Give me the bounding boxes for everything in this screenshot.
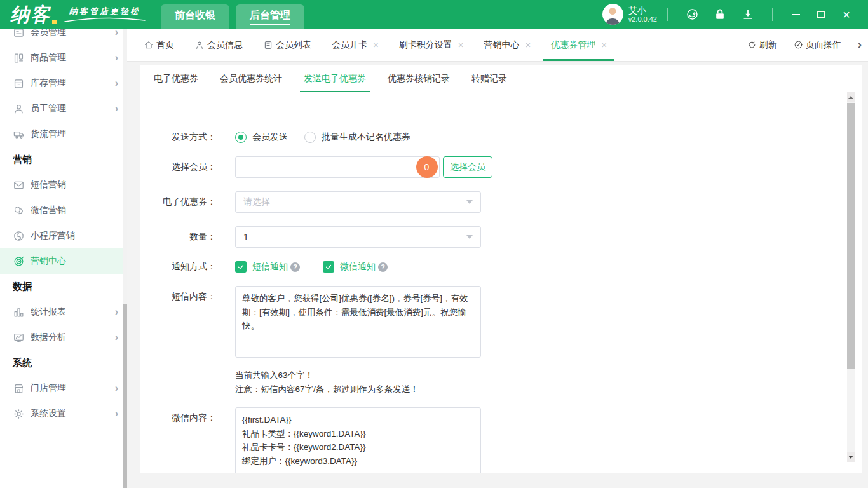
quantity-select[interactable]: 1 [235,226,481,248]
close-tab-icon[interactable]: × [526,40,531,50]
miniprogram-icon [13,230,25,242]
nav-tab-frontdesk[interactable]: 前台收银 [161,4,229,29]
home-icon [144,40,154,50]
wechat-icon [13,205,25,217]
logo-accent-dot [52,20,57,24]
list-icon [263,40,273,50]
sidebar-item-staff-management[interactable]: 员工管理 › [0,96,127,121]
scroll-up-button[interactable] [847,92,855,102]
subtab-member-coupon-stats[interactable]: 会员优惠券统计 [220,65,282,92]
tab-coupon-management[interactable]: 优惠券管理 × [543,29,614,61]
member-count-cell: 0 [414,157,439,177]
sidebar-section-system: 系统 [0,350,127,376]
user-meta: 艾小 v2.0.0.42 [628,5,657,24]
tab-marketing-center[interactable]: 营销中心 × [477,29,539,61]
send-method-row: 发送方式： 会员发送 批量生成不记名优惠券 [140,132,862,143]
sidebar-item-statistics-reports[interactable]: 统计报表 › [0,299,127,325]
wechat-content-textarea[interactable]: {{first.DATA}} 礼品卡类型：{{keyword1.DATA}} 礼… [235,407,481,473]
sms-content-row: 短信内容： 尊敬的客户，您获得[公司]优惠券([券名])，券号[券号]，有效期：… [140,286,862,358]
logistics-truck-icon [13,128,25,140]
goods-icon [13,52,25,64]
sms-content-textarea[interactable]: 尊敬的客户，您获得[公司]优惠券([券名])，券号[券号]，有效期：[有效期]，… [235,286,481,358]
quantity-row: 数量： 1 [140,226,862,248]
download-icon[interactable] [741,8,755,22]
tab-home[interactable]: 首页 [136,29,182,61]
e-coupon-select[interactable]: 请选择 [235,191,481,213]
chevron-right-icon: › [115,409,118,419]
page-tabstrip: 首页 会员信息 会员列表 会员开卡 × 刷卡积分设置 × 营销中心 × 优惠券管… [127,29,868,62]
sidebar-item-sms-marketing[interactable]: 短信营销 [0,172,127,198]
sms-notify-checkbox[interactable]: 短信通知 ? [235,261,300,273]
tab-member-card-open[interactable]: 会员开卡 × [324,29,386,61]
radio-icon [304,132,316,143]
chevron-right-icon: › [115,383,118,393]
sidebar-item-goods-management[interactable]: 商品管理 › [0,45,127,71]
wechat-notify-checkbox[interactable]: 微信通知 ? [323,261,388,273]
sms-limit-note: 注意：短信内容67字/条，超过则作为多条发送！ [235,383,862,396]
mail-icon [13,179,25,191]
logo-text: 纳客 [10,5,51,24]
close-tab-icon[interactable]: × [458,40,464,50]
send-method-label: 发送方式： [140,132,216,143]
checkbox-check-icon [323,261,334,273]
scrollbar-thumb[interactable] [847,103,855,369]
sidebar-item-store-management[interactable]: 门店管理 › [0,376,127,401]
sidebar-item-logistics-management[interactable]: 货流管理 [0,121,127,147]
member-count-badge: 0 [416,156,438,178]
user-name: 艾小 [628,5,657,16]
send-coupon-form: 发送方式： 会员发送 批量生成不记名优惠券 选择会员： [140,92,862,473]
store-icon [13,383,25,395]
sidebar-item-inventory-management[interactable]: 库存管理 › [0,71,127,96]
target-icon [13,255,25,268]
sidebar-item-member-management[interactable]: 会员管理 › [0,29,127,45]
sms-help-icon[interactable]: ? [290,262,300,272]
page-operations-button[interactable]: 页面操作 [794,39,841,51]
avatar[interactable] [602,4,623,25]
sidebar-item-data-analysis[interactable]: 数据分析 › [0,325,127,350]
minimize-icon [792,14,800,15]
chevron-right-icon: › [115,332,118,342]
monitor-chart-icon [13,332,25,344]
radio-icon [235,132,247,143]
tab-member-list[interactable]: 会员列表 [255,29,319,61]
subtab-send-e-coupon[interactable]: 发送电子优惠券 [304,65,366,92]
sidebar-item-miniprogram-marketing[interactable]: 小程序营销 [0,223,127,248]
wechat-content-label: 微信内容： [140,407,216,424]
refresh-button[interactable]: 刷新 [747,39,777,51]
sidebar: 会员管理 › 商品管理 › 库存管理 › 员工管理 › 货流管理 营销 短信营销 [0,29,127,488]
sidebar-item-wechat-marketing[interactable]: 微信营销 [0,198,127,223]
triangle-up-icon [848,96,853,99]
avatar-head [609,8,616,15]
subtab-transfer-records[interactable]: 转赠记录 [471,65,507,92]
close-button[interactable]: × [837,6,856,24]
more-tabs-chevron[interactable]: › [858,37,862,53]
customer-service-icon[interactable] [685,8,699,22]
select-member-row: 选择会员： 0 选择会员 [140,156,862,178]
radio-batch-anonymous[interactable]: 批量生成不记名优惠券 [304,132,410,143]
nav-tab-backoffice[interactable]: 后台管理 [236,4,304,29]
e-coupon-label: 电子优惠券： [140,196,216,208]
wechat-help-icon[interactable]: ? [378,262,388,272]
member-input[interactable] [236,157,414,177]
sidebar-item-system-settings[interactable]: 系统设置 › [0,401,127,426]
chevron-right-icon: › [115,307,118,317]
close-tab-icon[interactable]: × [601,40,607,50]
title-bar: 纳客 纳客管店更轻松 前台收银 后台管理 艾小 v2.0.0.42 × [0,0,868,29]
sidebar-section-data: 数据 [0,274,127,299]
tab-card-points-settings[interactable]: 刷卡积分设置 × [391,29,471,61]
mode-switcher: 前台收银 后台管理 [161,0,304,29]
notify-method-row: 通知方式： 短信通知 ? 微信通知 ? [140,261,862,273]
subtab-e-coupon[interactable]: 电子优惠券 [154,65,198,92]
close-tab-icon[interactable]: × [373,40,379,50]
minimize-button[interactable] [786,6,805,24]
choose-member-button[interactable]: 选择会员 [443,156,492,178]
subtab-coupon-redeem-records[interactable]: 优惠券核销记录 [388,65,450,92]
scroll-down-button[interactable] [847,452,855,462]
radio-member-send[interactable]: 会员发送 [235,132,288,143]
maximize-button[interactable] [811,6,831,24]
member-card-icon [13,29,25,39]
sidebar-item-marketing-center[interactable]: 营销中心 [0,248,127,274]
tab-member-info[interactable]: 会员信息 [187,29,250,61]
gear-icon [13,408,25,420]
lock-icon[interactable] [713,8,727,22]
